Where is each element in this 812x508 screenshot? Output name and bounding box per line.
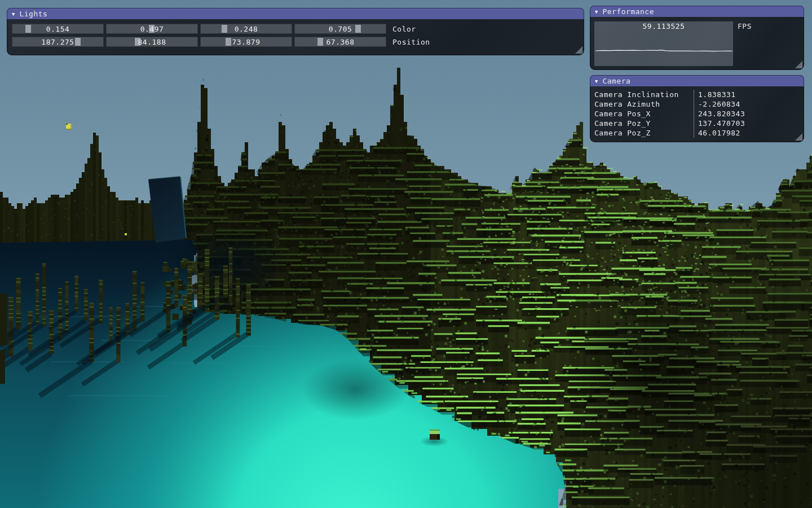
resize-grip-icon[interactable] — [795, 133, 802, 141]
light-color-row: 0.154 0.497 0.248 0.705 Color — [12, 24, 584, 34]
color-row-label: Color — [392, 25, 416, 33]
lights-body: 0.154 0.497 0.248 0.705 Color 187.275 — [7, 19, 584, 55]
panel-performance: ▼ Performance 59.113525 FPS — [590, 6, 804, 70]
light-position-slider-3[interactable]: 67.368 — [294, 37, 386, 47]
light-color-slider-2[interactable]: 0.248 — [200, 24, 292, 34]
camera-row: Camera Poz_Y 137.470703 — [590, 119, 804, 128]
performance-title: Performance — [602, 7, 654, 16]
camera-row: Camera Azimuth -2.260834 — [590, 99, 804, 109]
collapse-arrow-icon[interactable]: ▼ — [595, 78, 598, 84]
camera-row-label: Camera Pos_X — [590, 110, 694, 118]
fps-value: 59.113525 — [594, 22, 733, 30]
slider-value: 0.248 — [201, 24, 292, 33]
slider-value: 187.275 — [12, 37, 103, 46]
camera-title: Camera — [602, 77, 630, 85]
light-color-slider-3[interactable]: 0.705 — [294, 24, 386, 34]
panel-lights: ▼ Lights 0.154 0.497 0.248 0.705 Color — [7, 8, 584, 55]
slider-value: 84.188 — [107, 37, 197, 46]
resize-grip-icon[interactable] — [795, 61, 802, 68]
camera-row-value: 137.470703 — [694, 119, 804, 128]
slider-value: 0.705 — [295, 24, 386, 33]
camera-row-value: 1.838331 — [694, 90, 804, 99]
camera-row-value: 243.820343 — [694, 109, 804, 119]
camera-row: Camera Poz_Z 46.017982 — [590, 128, 804, 138]
camera-row-label: Camera Azimuth — [590, 100, 694, 108]
camera-titlebar[interactable]: ▼ Camera — [590, 75, 804, 86]
camera-row: Camera Inclination 1.838331 — [590, 90, 804, 99]
panel-camera: ▼ Camera Camera Inclination 1.838331 Cam… — [590, 75, 804, 142]
slider-value: 0.497 — [107, 24, 197, 33]
resize-grip-icon[interactable] — [575, 46, 582, 54]
lights-titlebar[interactable]: ▼ Lights — [7, 8, 584, 19]
lights-title: Lights — [19, 10, 47, 18]
slider-value: 73.879 — [201, 37, 292, 46]
fps-plot: 59.113525 — [594, 21, 733, 66]
performance-body: 59.113525 FPS — [590, 17, 804, 70]
fps-label: FPS — [738, 22, 752, 30]
camera-row-label: Camera Poz_Y — [590, 119, 694, 128]
camera-row-label: Camera Poz_Z — [590, 129, 694, 137]
light-position-slider-0[interactable]: 187.275 — [12, 37, 104, 47]
slider-value: 67.368 — [295, 37, 386, 46]
light-position-slider-1[interactable]: 84.188 — [106, 37, 198, 47]
collapse-arrow-icon[interactable]: ▼ — [12, 11, 15, 16]
light-color-slider-1[interactable]: 0.497 — [106, 24, 198, 34]
light-position-slider-2[interactable]: 73.879 — [200, 37, 292, 47]
slider-value: 0.154 — [12, 24, 103, 33]
position-row-label: Position — [392, 38, 430, 46]
camera-row-value: -2.260834 — [694, 99, 804, 109]
performance-titlebar[interactable]: ▼ Performance — [590, 6, 804, 17]
light-color-slider-0[interactable]: 0.154 — [12, 24, 104, 34]
collapse-arrow-icon[interactable]: ▼ — [595, 8, 598, 14]
camera-row-value: 46.017982 — [694, 128, 804, 138]
camera-row-label: Camera Inclination — [590, 90, 694, 99]
light-position-row: 187.275 84.188 73.879 67.368 Position — [12, 37, 584, 47]
camera-body: Camera Inclination 1.838331 Camera Azimu… — [590, 86, 804, 142]
camera-row: Camera Pos_X 243.820343 — [590, 109, 804, 119]
